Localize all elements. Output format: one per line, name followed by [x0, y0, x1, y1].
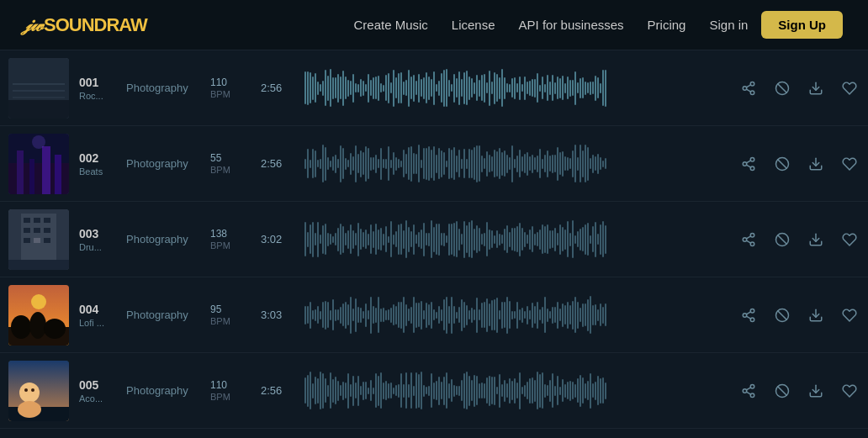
waveform-bar: [451, 297, 453, 334]
favorite-icon[interactable]: [839, 154, 860, 174]
waveform-bar: [438, 81, 440, 96]
download-icon[interactable]: [806, 230, 826, 250]
download-icon[interactable]: [806, 154, 826, 174]
waveform-bar: [466, 71, 468, 105]
download-icon[interactable]: [806, 381, 826, 401]
waveform-bar: [421, 372, 422, 409]
waveform-bar: [537, 73, 538, 103]
waveform-bar: [504, 229, 505, 251]
track-row[interactable]: 004 Lofi ... Photography 95BPM 3:03: [0, 277, 868, 353]
waveform-bar: [529, 156, 531, 171]
link-icon[interactable]: [772, 78, 792, 98]
waveform-bar: [532, 226, 533, 252]
waveform[interactable]: [304, 143, 725, 185]
waveform-bar: [494, 235, 495, 244]
waveform-bar: [330, 161, 331, 167]
waveform-bar: [453, 147, 455, 180]
waveform-bar: [405, 80, 407, 96]
nav-api[interactable]: API for businesses: [519, 18, 624, 32]
waveform-bar: [504, 77, 505, 99]
waveform-bar: [534, 79, 536, 98]
waveform-bar: [345, 77, 347, 99]
waveform-bar: [574, 145, 576, 182]
share-icon[interactable]: [738, 305, 759, 325]
signup-button[interactable]: Sign Up: [761, 11, 843, 39]
track-row[interactable]: 003 Dru... Photography 138BPM 3:02: [0, 202, 868, 277]
favorite-icon[interactable]: [839, 305, 860, 325]
link-icon[interactable]: [772, 230, 792, 250]
link-icon[interactable]: [772, 305, 792, 325]
waveform-bar: [418, 303, 420, 327]
waveform-bar: [365, 303, 367, 327]
waveform-bar: [458, 307, 460, 323]
waveform-bar: [577, 378, 579, 403]
nav-pricing[interactable]: Pricing: [648, 18, 686, 32]
waveform-bar: [564, 305, 566, 325]
share-icon[interactable]: [738, 230, 759, 250]
waveform-bar: [524, 232, 526, 247]
waveform-bar: [569, 233, 571, 246]
waveform-bar: [504, 302, 505, 328]
waveform-bar: [476, 298, 478, 333]
waveform-bar: [438, 306, 440, 324]
favorite-icon[interactable]: [839, 381, 860, 401]
waveform-bar: [360, 229, 362, 250]
svg-rect-17: [42, 146, 50, 194]
waveform-bar: [486, 298, 488, 332]
track-info: 005 Aco...: [79, 378, 113, 404]
waveform[interactable]: [304, 294, 725, 336]
waveform-bar: [521, 308, 523, 323]
waveform-bar: [352, 309, 354, 321]
waveform-bar: [585, 145, 586, 182]
favorite-icon[interactable]: [839, 78, 860, 98]
track-row[interactable]: 002 Beats Photography 55BPM 2:56: [0, 126, 868, 202]
waveform-bar: [595, 156, 596, 171]
track-row[interactable]: 005 Aco... Photography 110BPM 2:56: [0, 353, 868, 429]
waveform-bar: [373, 77, 374, 99]
waveform-bar: [453, 223, 455, 256]
waveform-bar: [514, 159, 516, 168]
favorite-icon[interactable]: [839, 230, 860, 250]
link-icon[interactable]: [772, 381, 792, 401]
waveform-bar: [602, 161, 604, 167]
waveform-bar: [577, 302, 579, 329]
waveform-bar: [438, 377, 440, 405]
share-icon[interactable]: [738, 78, 759, 98]
nav-create-music[interactable]: Create Music: [353, 18, 427, 32]
waveform[interactable]: [304, 219, 725, 261]
waveform[interactable]: [304, 370, 725, 412]
waveform-bar: [519, 372, 521, 409]
waveform-bar: [587, 223, 589, 256]
track-row[interactable]: 001 Roc... Photography 110BPM 2:56: [0, 50, 868, 126]
nav-license[interactable]: License: [452, 18, 495, 32]
signin-link[interactable]: Sign in: [709, 18, 748, 32]
waveform-bar: [317, 82, 319, 95]
waveform-bar: [499, 234, 500, 245]
waveform-bar: [582, 303, 584, 327]
share-icon[interactable]: [738, 381, 759, 401]
waveform-bar: [342, 382, 344, 400]
waveform-bar: [539, 149, 541, 178]
waveform-bar: [355, 383, 357, 398]
waveform-bar: [441, 382, 442, 399]
waveform-bar: [375, 155, 377, 173]
waveform-bar: [476, 225, 478, 253]
link-icon[interactable]: [772, 154, 792, 174]
waveform-bar: [436, 224, 437, 255]
waveform-bar: [552, 155, 553, 173]
download-icon[interactable]: [806, 78, 826, 98]
waveform-bar: [342, 148, 344, 179]
svg-rect-32: [44, 218, 50, 223]
waveform-bar: [345, 383, 347, 398]
waveform-bar: [335, 377, 336, 404]
waveform-bar: [345, 233, 347, 245]
waveform[interactable]: [304, 67, 725, 109]
waveform-bar: [448, 383, 450, 398]
share-icon[interactable]: [738, 154, 759, 174]
waveform-bar: [398, 73, 400, 103]
download-icon[interactable]: [806, 305, 826, 325]
waveform-bar: [325, 224, 326, 255]
waveform-bar: [516, 226, 518, 252]
waveform-bar: [519, 150, 521, 177]
waveform-bar: [521, 228, 523, 251]
